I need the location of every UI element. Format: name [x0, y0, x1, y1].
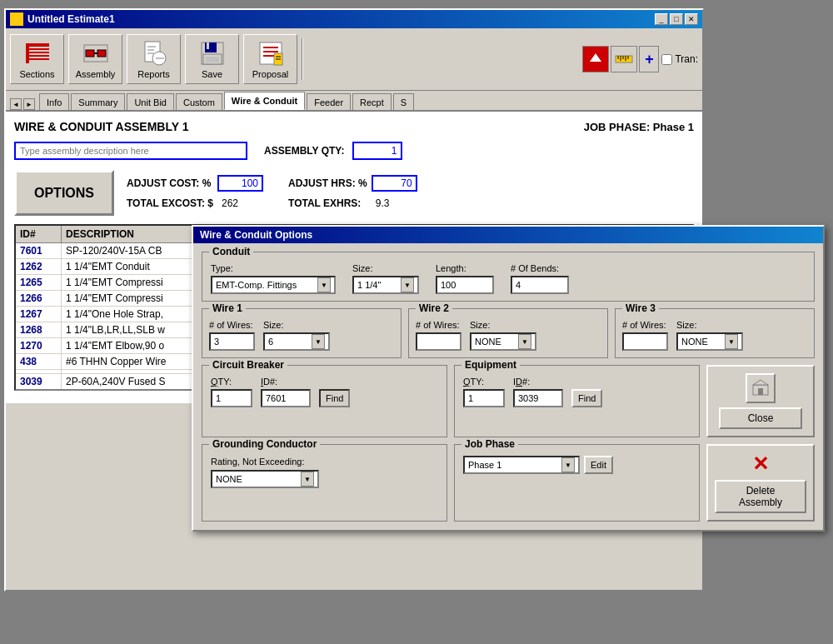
toolbar-right: + Tran: — [582, 46, 698, 72]
dialog-title-bar: Wire & Conduit Options — [193, 227, 823, 243]
wire3-size-arrow: ▼ — [725, 334, 738, 349]
tab-feeder[interactable]: Feeder — [307, 93, 351, 110]
eq-id-input[interactable] — [513, 389, 563, 407]
grounding-select[interactable]: NONE ▼ — [211, 470, 319, 488]
cb-find-button[interactable]: Find — [319, 389, 350, 407]
sections-button[interactable]: Sections — [10, 34, 64, 84]
conduit-length-input[interactable] — [436, 276, 494, 294]
tab-next-button[interactable]: ► — [23, 98, 35, 110]
tab-custom[interactable]: Custom — [176, 93, 222, 110]
grounding-arrow: ▼ — [301, 472, 314, 487]
wire2-count-label: # of Wires: — [416, 320, 461, 330]
cb-id-input[interactable] — [261, 389, 311, 407]
adjust-cost-label: ADJUST COST: % — [127, 177, 213, 189]
conduit-size-group: Size: 1 1/4" ▼ — [352, 263, 419, 294]
wire-sections: Wire 1 # of Wires: Size: 6 ▼ — [202, 308, 815, 358]
wire2-size-select[interactable]: NONE ▼ — [470, 332, 536, 351]
close-button[interactable]: ✕ — [685, 13, 698, 25]
tran-checkbox[interactable] — [661, 54, 672, 65]
assembly-desc-input[interactable] — [14, 142, 247, 160]
tab-prev-button[interactable]: ◄ — [10, 98, 22, 110]
conduit-bends-input[interactable] — [511, 276, 569, 294]
tab-wire-conduit[interactable]: Wire & Conduit — [224, 92, 305, 110]
conduit-type-select[interactable]: EMT-Comp. Fittings ▼ — [211, 276, 336, 294]
svg-rect-1 — [26, 48, 49, 50]
close-button[interactable]: Close — [719, 407, 802, 429]
options-row: OPTIONS ADJUST COST: % ADJUST HRS: % TOT… — [14, 170, 694, 216]
assembly-button[interactable]: Assembly — [68, 34, 122, 84]
wire2-size-label: Size: — [470, 320, 536, 330]
wire1-size-select[interactable]: 6 ▼ — [263, 332, 330, 351]
sections-icon — [24, 40, 51, 67]
wire1-size-group: Size: 6 ▼ — [263, 320, 330, 351]
wire1-count-input[interactable] — [209, 332, 255, 351]
svg-rect-3 — [26, 55, 49, 57]
tab-nav: ◄ ► — [10, 98, 35, 110]
wire1-title: Wire 1 — [209, 302, 246, 314]
wire2-size-value: NONE — [475, 337, 501, 347]
delete-assembly-button[interactable]: Delete Assembly — [715, 480, 806, 513]
eq-qty-input[interactable] — [463, 389, 505, 407]
wire3-count-label: # of Wires: — [622, 320, 668, 330]
col-id-header: ID# — [16, 226, 62, 242]
svg-rect-20 — [206, 57, 219, 62]
conduit-size-select[interactable]: 1 1/4" ▼ — [352, 276, 419, 294]
adjust-cost-input[interactable] — [217, 175, 263, 192]
wire3-size-label: Size: — [676, 320, 743, 330]
svg-rect-5 — [26, 43, 29, 63]
save-button[interactable]: Save — [185, 34, 239, 84]
wire2-count-input[interactable] — [416, 332, 461, 351]
adjust-hrs-input[interactable] — [372, 175, 417, 192]
wire1-size-arrow: ▼ — [312, 334, 325, 349]
window-title: Untitled Estimate1 — [27, 13, 115, 25]
svg-rect-38 — [758, 388, 763, 395]
wire3-size-select[interactable]: NONE ▼ — [676, 332, 743, 351]
wire1-count-label: # of Wires: — [209, 320, 255, 330]
tab-recpt[interactable]: Recpt — [352, 93, 392, 110]
options-button[interactable]: OPTIONS — [14, 170, 114, 216]
grounding-title: Grounding Conductor — [209, 438, 320, 450]
tab-summary[interactable]: Summary — [71, 93, 125, 110]
proposal-label: Proposal — [252, 69, 288, 79]
row-id — [16, 390, 62, 391]
assembly-qty-input[interactable] — [352, 142, 402, 160]
wire3-row: # of Wires: Size: NONE ▼ — [622, 320, 807, 351]
assembly-header: WIRE & CONDUIT ASSEMBLY 1 JOB PHASE: Pha… — [14, 120, 694, 133]
phase-select[interactable]: Phase 1 ▼ — [463, 456, 580, 474]
grounding-rating-label: Rating, Not Exceeding: — [211, 457, 305, 467]
tab-s[interactable]: S — [393, 93, 414, 110]
wire1-row: # of Wires: Size: 6 ▼ — [209, 320, 394, 351]
conduit-bends-group: # Of Bends: — [511, 263, 569, 294]
row-id: 1270 — [16, 338, 62, 353]
middle-row: Circuit Breaker QTY: ID#: Find Equipment — [202, 365, 815, 437]
wire1-size-value: 6 — [268, 337, 273, 347]
ruler-icon — [611, 46, 637, 72]
proposal-icon — [257, 40, 284, 67]
proposal-button[interactable]: Proposal — [243, 34, 297, 84]
tab-unit-bid[interactable]: Unit Bid — [127, 93, 174, 110]
row-id: 1266 — [16, 291, 62, 306]
assembly-desc-row: ASSEMBLY QTY: — [14, 142, 694, 160]
wire3-size-value: NONE — [681, 337, 708, 347]
adjust-hrs-label: ADJUST HRS: % — [288, 177, 367, 189]
row-id: 3039 — [16, 374, 62, 389]
title-bar: ⚡ Untitled Estimate1 _ □ ✕ — [6, 10, 702, 28]
wire3-section: Wire 3 # of Wires: Size: NONE ▼ — [615, 308, 815, 358]
svg-marker-37 — [753, 380, 768, 385]
maximize-button[interactable]: □ — [670, 13, 683, 25]
equipment-section: Equipment QTY: ID#: Find — [454, 365, 700, 437]
reports-button[interactable]: Reports — [127, 34, 181, 84]
eq-find-button[interactable]: Find — [571, 389, 602, 407]
row-id: 1262 — [16, 259, 62, 274]
tab-info[interactable]: Info — [39, 93, 69, 110]
wire1-section: Wire 1 # of Wires: Size: 6 ▼ — [202, 308, 402, 358]
wire3-count-input[interactable] — [622, 332, 668, 351]
assembly-qty-label: ASSEMBLY QTY: — [264, 145, 344, 157]
minimize-button[interactable]: _ — [655, 13, 668, 25]
phase-edit-button[interactable]: Edit — [584, 456, 613, 474]
conduit-type-group: Type: EMT-Comp. Fittings ▼ — [211, 263, 336, 294]
cb-qty-input[interactable] — [211, 389, 252, 407]
delete-x-icon: ✕ — [752, 452, 769, 476]
grounding-value: NONE — [216, 474, 242, 484]
job-phase-label: JOB PHASE: — [584, 121, 650, 133]
